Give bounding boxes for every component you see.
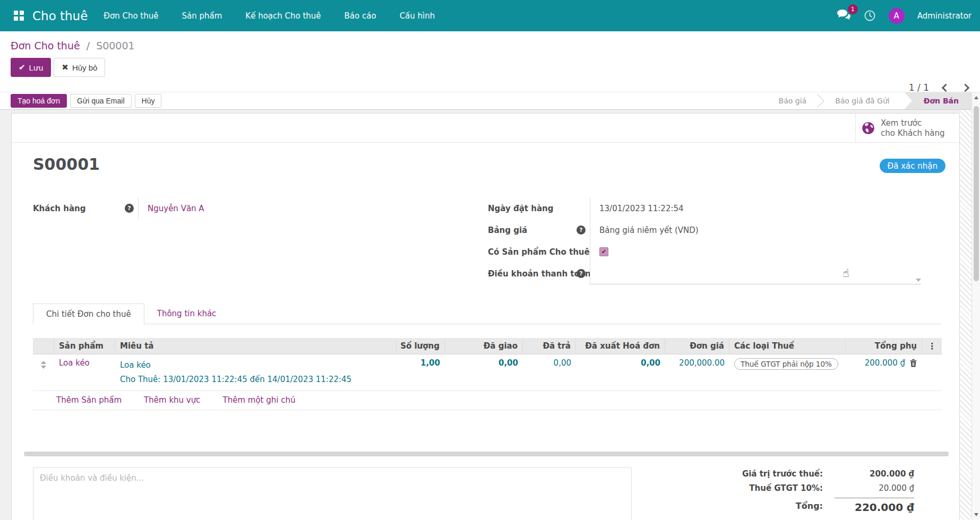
header-da-tra: Đã trả (523, 338, 576, 354)
kebab-icon: ⋮ (928, 341, 936, 351)
customer-label: Khách hàng ? (33, 197, 139, 219)
pager: 1 / 1 (909, 82, 968, 93)
statusbar: Tạo hoá đơn Gửi qua Email Hủy Báo giá Bá… (0, 92, 980, 110)
status-step-don-ban[interactable]: Đơn Bán (905, 92, 980, 109)
add-note-link[interactable]: Thêm một ghi chú (223, 395, 296, 405)
create-invoice-button[interactable]: Tạo hoá đơn (11, 94, 67, 108)
header-da-xuat-hoa-don: Đã xuất Hoá đơn (576, 338, 665, 354)
payment-terms-input[interactable] (590, 263, 921, 284)
subtotal-cell[interactable]: 200.000 ₫ (846, 354, 922, 391)
header-cac-loai-thue: Các loại Thuế (729, 338, 846, 354)
optional-columns-button[interactable]: ⋮ (922, 338, 942, 354)
field-payment-terms: Điều khoản thanh toán ? ☝ (488, 263, 921, 284)
pricelist-label: Bảng giá ? (488, 219, 590, 241)
cross-icon: ✖ (62, 63, 68, 72)
trash-icon[interactable] (909, 359, 917, 367)
menu-item-don-cho-thue[interactable]: Đơn Cho thuê (104, 11, 158, 21)
returned-cell[interactable]: 0,00 (523, 354, 576, 391)
check-icon: ✔ (19, 63, 25, 72)
header-so-luong: Số lượng (397, 338, 445, 354)
header-mieu-ta: Miêu tả (115, 338, 397, 354)
untaxed-total-value: 200.000 ₫ (835, 469, 914, 479)
pricelist-value[interactable]: Bảng giá niêm yết (VND) (590, 226, 921, 235)
breadcrumb-parent[interactable]: Đơn Cho thuê (11, 40, 80, 51)
sheet-top-strip: Xem trước cho Khách hàng (12, 114, 959, 143)
form-view-area: Xem trước cho Khách hàng S00001 Đã xác n… (0, 110, 980, 520)
activity-clock-icon[interactable] (864, 10, 876, 22)
help-icon: ? (577, 269, 586, 278)
cancel-button[interactable]: Hủy (135, 94, 162, 108)
tax-tag[interactable]: Thuế GTGT phải nộp 10% (734, 358, 838, 370)
row-end-cell (922, 354, 942, 391)
notebook-tabs: Chi tiết Đơn cho thuê Thông tin khác (33, 304, 941, 324)
customer-preview-link[interactable]: Xem trước cho Khách hàng (855, 114, 959, 143)
horizontal-scrollbar[interactable] (24, 452, 949, 456)
tax-total-label: Thuế GTGT 10%: (742, 483, 835, 493)
breadcrumb-current: S00001 (96, 40, 135, 51)
status-step-bao-gia-da-gui[interactable]: Báo giá đã Gửi (820, 92, 905, 109)
user-avatar[interactable]: A (889, 8, 905, 24)
save-button-label: Lưu (29, 63, 44, 72)
menu-item-ke-hoach[interactable]: Kế hoạch Cho thuê (245, 11, 321, 21)
vertical-scrollbar[interactable] (972, 92, 980, 520)
scroll-up-icon[interactable] (974, 96, 978, 99)
apps-grid-icon[interactable] (14, 11, 24, 21)
rental-products-checkbox[interactable]: ✔ (599, 247, 608, 256)
product-cell[interactable]: Loa kéo (54, 354, 115, 391)
scroll-down-icon[interactable] (974, 513, 978, 516)
subtotal-value: 200.000 ₫ (865, 358, 905, 368)
row-drag-cell (33, 354, 54, 391)
delivered-cell[interactable]: 0,00 (445, 354, 523, 391)
field-pricelist: Bảng giá ? Bảng giá niêm yết (VND) (488, 219, 921, 241)
menu-item-cau-hinh[interactable]: Cấu hình (400, 11, 435, 21)
untaxed-total-label: Giá trị trước thuế: (742, 469, 835, 479)
description-cell[interactable]: Loa kéo Cho Thuê: 13/01/2023 11:22:45 đế… (115, 354, 397, 391)
table-row: Loa kéo Loa kéo Cho Thuê: 13/01/2023 11:… (33, 354, 942, 391)
dropdown-caret-icon[interactable] (916, 279, 921, 282)
description-line2: Cho Thuê: 13/01/2023 11:22:45 đến 14/01/… (120, 372, 351, 387)
discard-button[interactable]: ✖ Hủy bỏ (54, 58, 105, 77)
field-customer: Khách hàng ? Nguyễn Văn A (33, 197, 394, 219)
grand-total-label: Tổng: (742, 501, 835, 511)
payment-terms-label: Điều khoản thanh toán ? (488, 263, 590, 284)
pager-next-button[interactable] (961, 83, 970, 92)
qty-cell[interactable]: 1,00 (397, 354, 445, 391)
drag-handle-icon[interactable] (41, 361, 46, 369)
status-badge: Đã xác nhận (880, 159, 945, 173)
messages-button[interactable]: 1 (837, 9, 851, 23)
save-button[interactable]: ✔ Lưu (11, 58, 51, 77)
unit-price-cell[interactable]: 200,000.00 (665, 354, 729, 391)
app-brand[interactable]: Cho thuê (32, 9, 88, 23)
pager-previous-button[interactable] (942, 83, 950, 92)
add-section-link[interactable]: Thêm khu vực (144, 395, 200, 405)
terms-textarea[interactable] (33, 467, 632, 520)
field-group-left: Khách hàng ? Nguyễn Văn A (33, 197, 394, 219)
control-buttons: ✔ Lưu ✖ Hủy bỏ (11, 58, 980, 77)
send-email-button[interactable]: Gửi qua Email (70, 94, 132, 108)
customer-value[interactable]: Nguyễn Văn A (139, 204, 394, 213)
add-product-link[interactable]: Thêm Sản phẩm (56, 395, 122, 405)
grand-total-value: 220.000 ₫ (835, 498, 914, 514)
header-tong-phu: Tổng phụ (846, 338, 922, 354)
description-line1: Loa kéo (120, 358, 351, 372)
invoiced-cell[interactable]: 0,00 (576, 354, 665, 391)
table-footer-links: Thêm Sản phẩm Thêm khu vực Thêm một ghi … (33, 391, 942, 410)
taxes-cell[interactable]: Thuế GTGT phải nộp 10% (729, 354, 846, 391)
preview-link-text: Xem trước cho Khách hàng (881, 118, 944, 138)
table-header-row: Sản phẩm Miêu tả Số lượng Đã giao Đã trả… (33, 338, 942, 354)
user-name[interactable]: Administrator (917, 11, 972, 21)
scrollbar-thumb[interactable] (974, 106, 979, 281)
menu-item-bao-cao[interactable]: Báo cáo (345, 11, 376, 21)
status-steps: Báo giá Báo giá đã Gửi Đơn Bán (764, 92, 980, 109)
tax-total-value: 20.000 ₫ (835, 483, 914, 493)
help-icon: ? (125, 204, 134, 213)
breadcrumb: Đơn Cho thuê / S00001 (0, 31, 980, 51)
header-da-giao: Đã giao (445, 338, 523, 354)
tab-chi-tiet-don-cho-thue[interactable]: Chi tiết Đơn cho thuê (33, 304, 144, 324)
menu-item-san-pham[interactable]: Sản phẩm (182, 11, 222, 21)
main-menu: Đơn Cho thuê Sản phẩm Kế hoạch Cho thuê … (104, 11, 435, 21)
order-date-value[interactable]: 13/01/2023 11:22:54 (590, 204, 921, 213)
field-order-date: Ngày đặt hàng 13/01/2023 11:22:54 (488, 197, 921, 219)
header-san-pham: Sản phẩm (54, 338, 115, 354)
tab-thong-tin-khac[interactable]: Thông tin khác (144, 304, 229, 324)
